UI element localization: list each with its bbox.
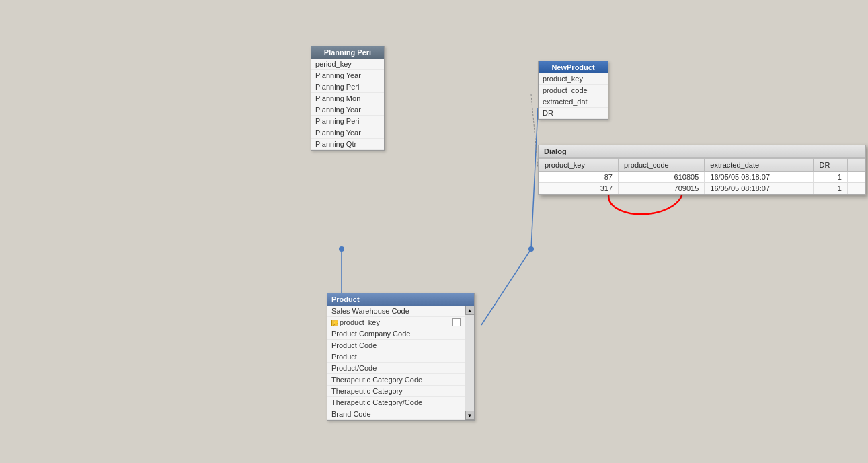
dialog-titlebar: Dialog	[539, 145, 865, 158]
planning-row: Planning Year	[311, 104, 384, 116]
planning-row: Planning Peri	[311, 81, 384, 93]
svg-point-1	[339, 246, 344, 252]
col-product-code: product_code	[619, 159, 705, 172]
cell-dr: 1	[814, 172, 847, 183]
scroll-down-btn[interactable]: ▼	[465, 411, 475, 420]
planning-table-body: period_keyPlanning YearPlanning PeriPlan…	[311, 59, 384, 150]
col-product-key: product_key	[539, 159, 619, 172]
dialog-row: 317 709015 16/05/05 08:18:07 1	[539, 183, 865, 194]
product-table-row: Therapeutic Category	[327, 386, 465, 397]
svg-line-2	[481, 249, 531, 325]
product-table-scrollbar[interactable]: ▲ ▼	[465, 306, 474, 420]
planning-period-table: Planning Peri period_keyPlanning YearPla…	[311, 46, 385, 151]
col-extracted-date: extracted_date	[705, 159, 814, 172]
new-product-table: NewProduct product_keyproduct_codeextrac…	[538, 61, 608, 120]
dialog-table-body: 87 610805 16/05/05 08:18:07 1 317 709015…	[539, 172, 865, 194]
product-table-row: Product	[327, 351, 465, 363]
product-table-row: Product Company Code	[327, 328, 465, 340]
new-product-table-body: product_keyproduct_codeextracted_datDR	[539, 73, 608, 119]
new-product-row: extracted_dat	[539, 96, 608, 108]
product-table-body: ▲ ▼ Sales Warehouse Code🔑product_keyProd…	[327, 306, 474, 420]
product-key-checkbox[interactable]	[452, 318, 461, 326]
product-table-row: Therapeutic Category Code	[327, 374, 465, 386]
cell-extracted-date: 16/05/05 08:18:07	[705, 172, 814, 183]
scroll-up-btn[interactable]: ▲	[465, 306, 475, 315]
svg-line-5	[531, 94, 538, 168]
planning-row: Planning Mon	[311, 93, 384, 104]
cell-empty	[847, 183, 865, 194]
product-table: Product ▲ ▼ Sales Warehouse Code🔑product…	[327, 293, 475, 421]
cell-empty	[847, 172, 865, 183]
new-product-row: product_key	[539, 73, 608, 85]
col-dr: DR	[814, 159, 847, 172]
planning-row: Planning Qtr	[311, 139, 384, 150]
dialog-panel: Dialog product_key product_code extracte…	[538, 145, 866, 195]
svg-point-3	[528, 246, 534, 252]
cell-product-code: 709015	[619, 183, 705, 194]
product-table-row: Sales Warehouse Code	[327, 306, 465, 317]
product-table-header: Product	[327, 293, 474, 306]
new-product-header: NewProduct	[539, 61, 608, 73]
product-table-row: Brand Code	[327, 408, 465, 420]
product-table-row: Therapeutic Category/Code	[327, 397, 465, 408]
svg-line-4	[531, 108, 538, 249]
new-product-row: product_code	[539, 85, 608, 96]
planning-period-header: Planning Peri	[311, 46, 384, 59]
planning-row: Planning Peri	[311, 116, 384, 127]
col-empty	[847, 159, 865, 172]
product-rows-container: Sales Warehouse Code🔑product_keyProduct …	[327, 306, 465, 420]
new-product-row: DR	[539, 108, 608, 119]
planning-row: period_key	[311, 59, 384, 70]
product-table-row: Product Code	[327, 340, 465, 351]
cell-extracted-date: 16/05/05 08:18:07	[705, 183, 814, 194]
cell-dr: 1	[814, 183, 847, 194]
dialog-table: product_key product_code extracted_date …	[539, 158, 865, 194]
product-table-row: 🔑product_key	[327, 317, 465, 328]
planning-row: Planning Year	[311, 70, 384, 81]
product-table-row: Product/Code	[327, 363, 465, 374]
cell-product-key: 87	[539, 172, 619, 183]
planning-row: Planning Year	[311, 127, 384, 139]
product-key-label: 🔑product_key	[331, 318, 380, 326]
cell-product-code: 610805	[619, 172, 705, 183]
dialog-row: 87 610805 16/05/05 08:18:07 1	[539, 172, 865, 183]
cell-product-key: 317	[539, 183, 619, 194]
